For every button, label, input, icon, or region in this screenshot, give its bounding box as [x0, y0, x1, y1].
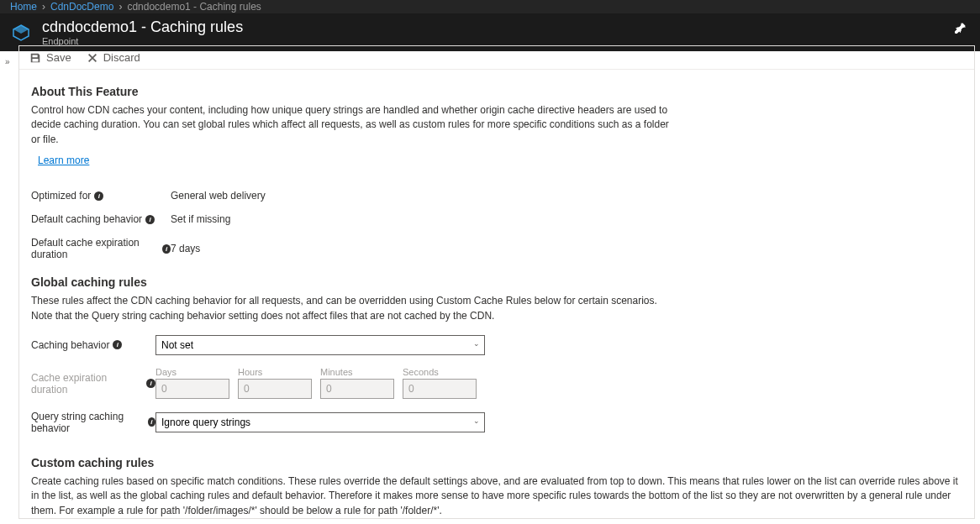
page-title: cdndocdemo1 - Caching rules	[42, 18, 243, 36]
expiration-label: Cache expiration duration	[31, 372, 143, 396]
about-body: Control how CDN caches your content, inc…	[31, 103, 670, 147]
default-exp-value: 7 days	[171, 243, 200, 254]
info-icon[interactable]: i	[145, 215, 155, 224]
info-icon[interactable]: i	[94, 191, 103, 201]
seconds-input	[403, 379, 477, 399]
days-input	[155, 379, 229, 399]
save-label: Save	[46, 51, 71, 64]
info-icon[interactable]: i	[113, 340, 122, 349]
breadcrumb-home[interactable]: Home	[10, 1, 37, 13]
days-label: Days	[155, 367, 229, 377]
breadcrumb-sep: ›	[42, 1, 45, 13]
save-icon	[29, 52, 41, 64]
info-icon[interactable]: i	[146, 379, 155, 388]
endpoint-icon	[10, 22, 32, 44]
optimized-for-label: Optimized for	[31, 190, 91, 202]
info-icon[interactable]: i	[148, 417, 155, 427]
global-body: These rules affect the CDN caching behav…	[31, 294, 670, 323]
about-title: About This Feature	[31, 85, 962, 98]
minutes-input	[320, 379, 394, 399]
caching-behavior-label: Caching behavior	[31, 339, 109, 351]
pin-icon[interactable]	[955, 22, 967, 36]
breadcrumb-sep: ›	[119, 1, 122, 13]
default-exp-label: Default cache expiration duration	[31, 237, 159, 260]
global-title: Global caching rules	[31, 275, 962, 289]
save-button[interactable]: Save	[29, 51, 71, 64]
default-caching-value: Set if missing	[171, 213, 230, 225]
svg-marker-1	[13, 25, 29, 34]
minutes-label: Minutes	[320, 367, 394, 377]
learn-more-link[interactable]: Learn more	[38, 155, 89, 166]
command-bar: Save Discard	[19, 46, 974, 70]
hours-label: Hours	[238, 367, 312, 377]
info-icon[interactable]: i	[162, 244, 171, 254]
default-caching-label: Default caching behavior	[31, 213, 142, 225]
custom-body: Create caching rules based on specific m…	[31, 474, 962, 518]
discard-icon	[87, 52, 98, 64]
discard-button[interactable]: Discard	[87, 51, 140, 64]
breadcrumb-current: cdndocdemo1 - Caching rules	[127, 1, 261, 13]
seconds-label: Seconds	[403, 367, 477, 377]
query-label: Query string caching behavior	[31, 411, 145, 434]
breadcrumb-level1[interactable]: CdnDocDemo	[50, 1, 113, 13]
query-string-select[interactable]: Ignore query strings	[155, 412, 485, 432]
caching-behavior-select[interactable]: Not set	[155, 335, 485, 355]
expand-sidebar-icon[interactable]: »	[2, 54, 13, 70]
breadcrumb: Home › CdnDocDemo › cdndocdemo1 - Cachin…	[0, 0, 980, 13]
discard-label: Discard	[103, 51, 140, 64]
optimized-for-value: General web delivery	[171, 190, 266, 202]
custom-title: Custom caching rules	[31, 456, 962, 469]
hours-input	[238, 379, 312, 399]
content: Save Discard About This Feature Control …	[18, 45, 975, 519]
